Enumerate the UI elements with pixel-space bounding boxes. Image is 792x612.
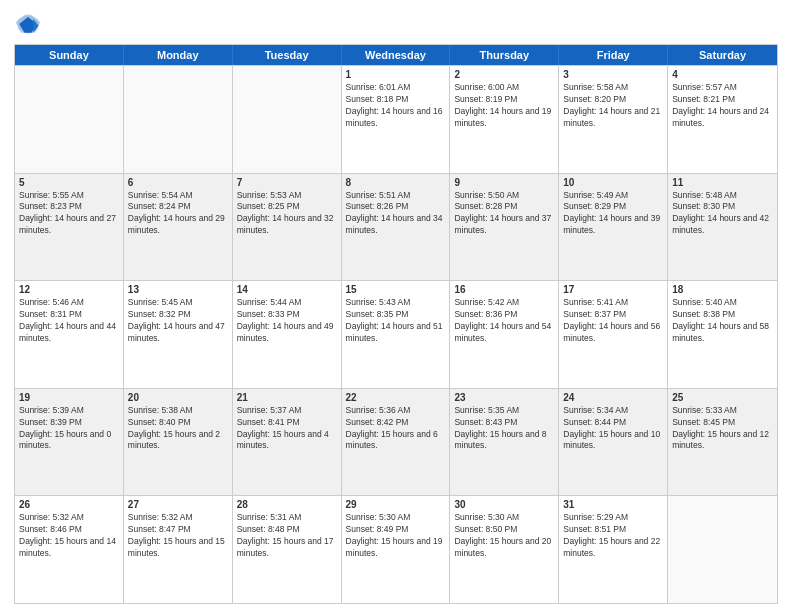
calendar-cell-2-5: 17Sunrise: 5:41 AM Sunset: 8:37 PM Dayli… (559, 281, 668, 388)
day-detail: Sunrise: 5:42 AM Sunset: 8:36 PM Dayligh… (454, 297, 554, 345)
calendar-cell-0-4: 2Sunrise: 6:00 AM Sunset: 8:19 PM Daylig… (450, 66, 559, 173)
logo (14, 10, 44, 38)
calendar-cell-4-6 (668, 496, 777, 603)
calendar-cell-1-2: 7Sunrise: 5:53 AM Sunset: 8:25 PM Daylig… (233, 174, 342, 281)
day-number: 17 (563, 284, 663, 295)
calendar-cell-1-1: 6Sunrise: 5:54 AM Sunset: 8:24 PM Daylig… (124, 174, 233, 281)
day-number: 22 (346, 392, 446, 403)
calendar-cell-3-3: 22Sunrise: 5:36 AM Sunset: 8:42 PM Dayli… (342, 389, 451, 496)
day-number: 2 (454, 69, 554, 80)
day-detail: Sunrise: 5:31 AM Sunset: 8:48 PM Dayligh… (237, 512, 337, 560)
header-day-sunday: Sunday (15, 45, 124, 65)
day-number: 24 (563, 392, 663, 403)
calendar-row-3: 19Sunrise: 5:39 AM Sunset: 8:39 PM Dayli… (15, 388, 777, 496)
day-detail: Sunrise: 5:50 AM Sunset: 8:28 PM Dayligh… (454, 190, 554, 238)
day-number: 10 (563, 177, 663, 188)
day-detail: Sunrise: 5:51 AM Sunset: 8:26 PM Dayligh… (346, 190, 446, 238)
day-number: 8 (346, 177, 446, 188)
day-number: 25 (672, 392, 773, 403)
calendar-cell-4-1: 27Sunrise: 5:32 AM Sunset: 8:47 PM Dayli… (124, 496, 233, 603)
header-day-friday: Friday (559, 45, 668, 65)
calendar-cell-4-0: 26Sunrise: 5:32 AM Sunset: 8:46 PM Dayli… (15, 496, 124, 603)
day-number: 26 (19, 499, 119, 510)
calendar-cell-1-4: 9Sunrise: 5:50 AM Sunset: 8:28 PM Daylig… (450, 174, 559, 281)
day-number: 14 (237, 284, 337, 295)
header (14, 10, 778, 38)
day-detail: Sunrise: 5:36 AM Sunset: 8:42 PM Dayligh… (346, 405, 446, 453)
day-detail: Sunrise: 5:43 AM Sunset: 8:35 PM Dayligh… (346, 297, 446, 345)
day-detail: Sunrise: 5:29 AM Sunset: 8:51 PM Dayligh… (563, 512, 663, 560)
day-number: 12 (19, 284, 119, 295)
day-detail: Sunrise: 5:49 AM Sunset: 8:29 PM Dayligh… (563, 190, 663, 238)
header-day-thursday: Thursday (450, 45, 559, 65)
calendar-cell-3-4: 23Sunrise: 5:35 AM Sunset: 8:43 PM Dayli… (450, 389, 559, 496)
calendar-cell-2-3: 15Sunrise: 5:43 AM Sunset: 8:35 PM Dayli… (342, 281, 451, 388)
calendar-cell-2-6: 18Sunrise: 5:40 AM Sunset: 8:38 PM Dayli… (668, 281, 777, 388)
day-number: 11 (672, 177, 773, 188)
calendar-row-1: 5Sunrise: 5:55 AM Sunset: 8:23 PM Daylig… (15, 173, 777, 281)
day-detail: Sunrise: 5:41 AM Sunset: 8:37 PM Dayligh… (563, 297, 663, 345)
calendar-row-4: 26Sunrise: 5:32 AM Sunset: 8:46 PM Dayli… (15, 495, 777, 603)
day-number: 20 (128, 392, 228, 403)
day-detail: Sunrise: 6:01 AM Sunset: 8:18 PM Dayligh… (346, 82, 446, 130)
calendar-cell-4-5: 31Sunrise: 5:29 AM Sunset: 8:51 PM Dayli… (559, 496, 668, 603)
day-detail: Sunrise: 5:55 AM Sunset: 8:23 PM Dayligh… (19, 190, 119, 238)
day-detail: Sunrise: 5:37 AM Sunset: 8:41 PM Dayligh… (237, 405, 337, 453)
calendar-cell-1-3: 8Sunrise: 5:51 AM Sunset: 8:26 PM Daylig… (342, 174, 451, 281)
day-detail: Sunrise: 5:54 AM Sunset: 8:24 PM Dayligh… (128, 190, 228, 238)
day-detail: Sunrise: 5:32 AM Sunset: 8:47 PM Dayligh… (128, 512, 228, 560)
calendar-cell-3-1: 20Sunrise: 5:38 AM Sunset: 8:40 PM Dayli… (124, 389, 233, 496)
day-number: 3 (563, 69, 663, 80)
calendar-cell-2-2: 14Sunrise: 5:44 AM Sunset: 8:33 PM Dayli… (233, 281, 342, 388)
header-day-monday: Monday (124, 45, 233, 65)
day-detail: Sunrise: 5:30 AM Sunset: 8:50 PM Dayligh… (454, 512, 554, 560)
calendar-cell-4-4: 30Sunrise: 5:30 AM Sunset: 8:50 PM Dayli… (450, 496, 559, 603)
day-number: 9 (454, 177, 554, 188)
calendar-cell-0-0 (15, 66, 124, 173)
day-detail: Sunrise: 5:57 AM Sunset: 8:21 PM Dayligh… (672, 82, 773, 130)
day-detail: Sunrise: 5:53 AM Sunset: 8:25 PM Dayligh… (237, 190, 337, 238)
day-detail: Sunrise: 5:33 AM Sunset: 8:45 PM Dayligh… (672, 405, 773, 453)
day-number: 27 (128, 499, 228, 510)
calendar: SundayMondayTuesdayWednesdayThursdayFrid… (14, 44, 778, 604)
day-number: 23 (454, 392, 554, 403)
day-detail: Sunrise: 5:40 AM Sunset: 8:38 PM Dayligh… (672, 297, 773, 345)
day-detail: Sunrise: 5:38 AM Sunset: 8:40 PM Dayligh… (128, 405, 228, 453)
calendar-cell-3-2: 21Sunrise: 5:37 AM Sunset: 8:41 PM Dayli… (233, 389, 342, 496)
header-day-tuesday: Tuesday (233, 45, 342, 65)
day-number: 5 (19, 177, 119, 188)
day-number: 29 (346, 499, 446, 510)
calendar-cell-0-3: 1Sunrise: 6:01 AM Sunset: 8:18 PM Daylig… (342, 66, 451, 173)
day-detail: Sunrise: 5:48 AM Sunset: 8:30 PM Dayligh… (672, 190, 773, 238)
calendar-cell-4-2: 28Sunrise: 5:31 AM Sunset: 8:48 PM Dayli… (233, 496, 342, 603)
logo-icon (14, 10, 42, 38)
day-number: 21 (237, 392, 337, 403)
calendar-row-2: 12Sunrise: 5:46 AM Sunset: 8:31 PM Dayli… (15, 280, 777, 388)
calendar-cell-1-6: 11Sunrise: 5:48 AM Sunset: 8:30 PM Dayli… (668, 174, 777, 281)
day-number: 4 (672, 69, 773, 80)
day-number: 28 (237, 499, 337, 510)
page: SundayMondayTuesdayWednesdayThursdayFrid… (0, 0, 792, 612)
calendar-cell-3-5: 24Sunrise: 5:34 AM Sunset: 8:44 PM Dayli… (559, 389, 668, 496)
day-number: 16 (454, 284, 554, 295)
calendar-cell-2-0: 12Sunrise: 5:46 AM Sunset: 8:31 PM Dayli… (15, 281, 124, 388)
calendar-cell-0-5: 3Sunrise: 5:58 AM Sunset: 8:20 PM Daylig… (559, 66, 668, 173)
day-number: 13 (128, 284, 228, 295)
day-detail: Sunrise: 5:30 AM Sunset: 8:49 PM Dayligh… (346, 512, 446, 560)
day-detail: Sunrise: 5:32 AM Sunset: 8:46 PM Dayligh… (19, 512, 119, 560)
day-detail: Sunrise: 5:39 AM Sunset: 8:39 PM Dayligh… (19, 405, 119, 453)
calendar-row-0: 1Sunrise: 6:01 AM Sunset: 8:18 PM Daylig… (15, 65, 777, 173)
header-day-saturday: Saturday (668, 45, 777, 65)
day-number: 1 (346, 69, 446, 80)
day-detail: Sunrise: 5:35 AM Sunset: 8:43 PM Dayligh… (454, 405, 554, 453)
day-detail: Sunrise: 5:46 AM Sunset: 8:31 PM Dayligh… (19, 297, 119, 345)
day-detail: Sunrise: 5:45 AM Sunset: 8:32 PM Dayligh… (128, 297, 228, 345)
calendar-cell-2-1: 13Sunrise: 5:45 AM Sunset: 8:32 PM Dayli… (124, 281, 233, 388)
calendar-cell-3-0: 19Sunrise: 5:39 AM Sunset: 8:39 PM Dayli… (15, 389, 124, 496)
calendar-cell-1-5: 10Sunrise: 5:49 AM Sunset: 8:29 PM Dayli… (559, 174, 668, 281)
calendar-cell-3-6: 25Sunrise: 5:33 AM Sunset: 8:45 PM Dayli… (668, 389, 777, 496)
header-day-wednesday: Wednesday (342, 45, 451, 65)
calendar-cell-0-1 (124, 66, 233, 173)
day-detail: Sunrise: 5:44 AM Sunset: 8:33 PM Dayligh… (237, 297, 337, 345)
calendar-cell-1-0: 5Sunrise: 5:55 AM Sunset: 8:23 PM Daylig… (15, 174, 124, 281)
